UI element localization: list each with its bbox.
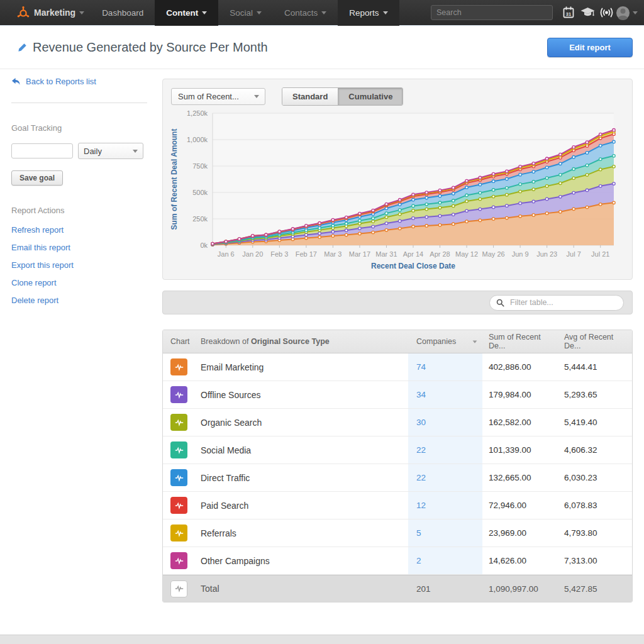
filter-table-input[interactable] bbox=[509, 297, 617, 308]
global-search-input[interactable] bbox=[431, 5, 553, 20]
companies-count-link[interactable]: 30 bbox=[408, 409, 482, 436]
graduation-cap-icon bbox=[580, 6, 596, 19]
breakdown-table: Chart Breakdown of Original Source Type … bbox=[162, 330, 633, 602]
svg-text:Mar 3: Mar 3 bbox=[324, 250, 341, 258]
top-nav: Marketing Dashboard Content Social Conta… bbox=[0, 0, 644, 26]
column-header-chart: Chart bbox=[163, 337, 201, 346]
nav-item-social[interactable]: Social bbox=[218, 0, 273, 26]
source-name: Other Campaigns bbox=[201, 556, 408, 566]
page-title: Revenue Generated by Source Per Month bbox=[33, 40, 268, 55]
companies-count-link[interactable]: 12 bbox=[408, 492, 482, 519]
chevron-down-icon bbox=[133, 150, 138, 153]
edit-report-button[interactable]: Edit report bbox=[547, 38, 633, 57]
avg-value: 4,606.32 bbox=[559, 445, 632, 455]
sum-value: 101,339.00 bbox=[482, 445, 559, 455]
account-menu[interactable] bbox=[616, 6, 638, 20]
series-chart-toggle-icon[interactable] bbox=[170, 552, 187, 569]
svg-text:500k: 500k bbox=[192, 189, 208, 196]
standard-mode-button[interactable]: Standard bbox=[282, 88, 338, 105]
chevron-down-icon bbox=[79, 11, 84, 14]
companies-count-link[interactable]: 2 bbox=[408, 547, 482, 574]
cumulative-mode-button[interactable]: Cumulative bbox=[338, 88, 402, 105]
companies-count-link[interactable]: 5 bbox=[408, 519, 482, 547]
avg-value: 6,030.23 bbox=[559, 473, 632, 482]
nav-item-content[interactable]: Content bbox=[155, 0, 218, 26]
svg-text:1,000k: 1,000k bbox=[187, 136, 208, 143]
page-header: Revenue Generated by Source Per Month Ed… bbox=[0, 26, 644, 69]
back-to-reports-link[interactable]: Back to Reports list bbox=[11, 77, 147, 86]
save-goal-button[interactable]: Save goal bbox=[11, 170, 63, 186]
svg-text:Sum of Recent Deal Amount: Sum of Recent Deal Amount bbox=[170, 129, 179, 230]
chevron-down-icon bbox=[383, 11, 388, 14]
back-arrow-icon bbox=[11, 77, 21, 86]
source-name: Email Marketing bbox=[201, 362, 408, 372]
goal-frequency-select[interactable]: Daily bbox=[78, 143, 143, 159]
footer-bar bbox=[0, 635, 644, 644]
svg-text:Feb 3: Feb 3 bbox=[270, 250, 288, 258]
svg-text:Jul 7: Jul 7 bbox=[567, 250, 581, 258]
svg-text:Jan 20: Jan 20 bbox=[242, 250, 263, 258]
hubspot-brand-menu[interactable]: Marketing bbox=[10, 0, 91, 26]
column-header-companies[interactable]: Companies bbox=[408, 330, 482, 353]
refresh-report-link[interactable]: Refresh report bbox=[11, 225, 147, 235]
breakdown-bold: Original Source Type bbox=[251, 337, 330, 346]
total-label: Total bbox=[201, 584, 408, 594]
brand-label: Marketing bbox=[34, 8, 75, 18]
table-filter-bar bbox=[162, 291, 633, 314]
series-chart-toggle-icon[interactable] bbox=[170, 469, 187, 486]
table-row: Email Marketing 74 402,886.00 5,444.41 bbox=[163, 353, 632, 381]
nav-item-label: Content bbox=[166, 8, 198, 18]
sum-value: 179,984.00 bbox=[482, 390, 559, 399]
sum-value: 402,886.00 bbox=[482, 362, 559, 372]
academy-button[interactable] bbox=[578, 0, 597, 26]
table-body: Email Marketing 74 402,886.00 5,444.41 O… bbox=[163, 353, 632, 575]
sidebar: Back to Reports list Goal Tracking Daily… bbox=[11, 77, 147, 313]
svg-text:Apr 14: Apr 14 bbox=[403, 250, 423, 258]
companies-count-link[interactable]: 22 bbox=[408, 436, 482, 464]
series-chart-toggle-icon[interactable] bbox=[170, 441, 187, 458]
svg-text:Mar 17: Mar 17 bbox=[349, 250, 370, 258]
companies-count-link[interactable]: 34 bbox=[408, 381, 482, 408]
total-companies: 201 bbox=[408, 575, 482, 602]
svg-text:Jul 21: Jul 21 bbox=[591, 250, 609, 258]
companies-count-link[interactable]: 22 bbox=[408, 464, 482, 491]
goal-tracking-heading: Goal Tracking bbox=[11, 123, 147, 133]
sidebar-divider bbox=[11, 103, 147, 103]
nav-item-label: Social bbox=[230, 8, 253, 18]
series-chart-toggle-icon[interactable] bbox=[170, 497, 187, 514]
goal-value-input[interactable] bbox=[11, 143, 73, 158]
nav-item-reports[interactable]: Reports bbox=[338, 0, 399, 26]
edit-pencil-icon[interactable] bbox=[18, 43, 27, 52]
svg-text:250k: 250k bbox=[192, 215, 208, 223]
email-report-link[interactable]: Email this report bbox=[11, 243, 147, 252]
table-row: Paid Search 12 72,946.00 6,078.83 bbox=[163, 492, 632, 519]
table-row: Referrals 5 23,969.00 4,793.80 bbox=[163, 519, 632, 547]
source-name: Direct Traffic bbox=[201, 473, 408, 483]
notifications-button[interactable] bbox=[597, 0, 616, 26]
series-chart-toggle-icon[interactable] bbox=[170, 525, 187, 541]
calendar-button[interactable]: 31 bbox=[559, 0, 578, 26]
filter-table-field[interactable] bbox=[489, 295, 624, 311]
total-chart-toggle-icon[interactable] bbox=[170, 580, 187, 597]
svg-text:750k: 750k bbox=[192, 162, 208, 170]
sum-value: 72,946.00 bbox=[482, 501, 559, 510]
nav-item-dashboard[interactable]: Dashboard bbox=[91, 0, 155, 26]
search-icon bbox=[496, 299, 504, 307]
export-report-link[interactable]: Export this report bbox=[11, 260, 147, 270]
metric-dropdown[interactable]: Sum of Recent... bbox=[171, 88, 265, 105]
clone-report-link[interactable]: Clone report bbox=[11, 278, 147, 287]
chevron-down-icon bbox=[257, 11, 262, 14]
delete-report-link[interactable]: Delete report bbox=[11, 296, 147, 305]
nav-item-contacts[interactable]: Contacts bbox=[273, 0, 338, 26]
back-link-label: Back to Reports list bbox=[26, 77, 96, 86]
revenue-area-chart[interactable]: 0k250k500k750k1,000k1,250kJan 6Jan 20Feb… bbox=[163, 79, 632, 279]
total-sum: 1,090,997.00 bbox=[482, 584, 559, 594]
avatar bbox=[616, 6, 630, 20]
series-chart-toggle-icon[interactable] bbox=[170, 414, 187, 431]
series-chart-toggle-icon[interactable] bbox=[170, 358, 187, 375]
source-name: Paid Search bbox=[201, 501, 408, 511]
avg-value: 5,293.65 bbox=[559, 390, 632, 399]
series-chart-toggle-icon[interactable] bbox=[170, 386, 187, 403]
svg-text:Jun 23: Jun 23 bbox=[536, 250, 557, 258]
companies-count-link[interactable]: 74 bbox=[408, 353, 482, 380]
